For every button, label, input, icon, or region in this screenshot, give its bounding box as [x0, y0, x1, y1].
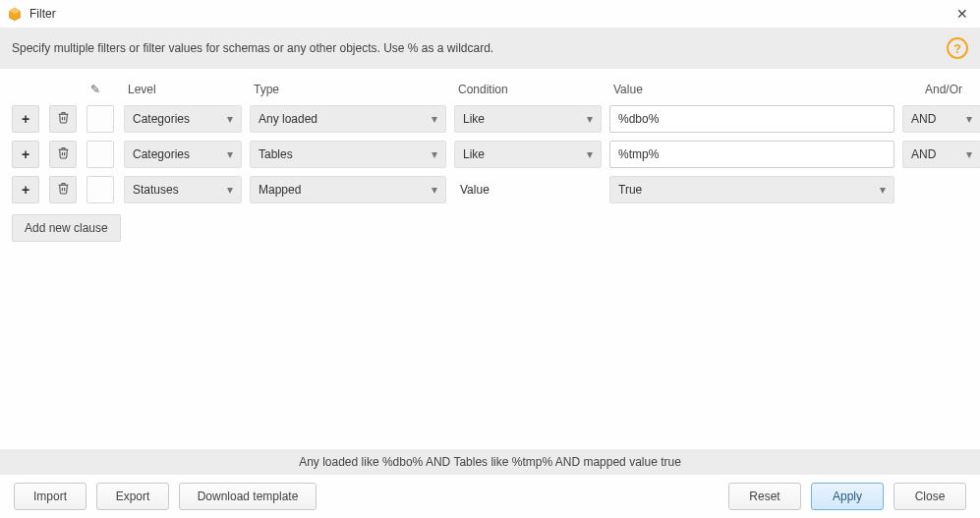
value-text: %dbo% — [618, 112, 659, 126]
chevron-down-icon: ▾ — [966, 147, 972, 161]
andor-dropdown[interactable]: AND▾ — [902, 141, 980, 168]
level-value: Statuses — [133, 183, 227, 197]
reset-button[interactable]: Reset — [728, 483, 801, 510]
content-area: ✎ Level Type Condition Value And/Or +Cat… — [0, 69, 980, 449]
add-row-button[interactable]: + — [12, 176, 39, 203]
col-type: Type — [250, 79, 446, 104]
chevron-down-icon: ▾ — [432, 112, 437, 126]
close-button[interactable]: Close — [894, 483, 966, 510]
col-level: Level — [124, 79, 242, 104]
download-template-button[interactable]: Download template — [179, 483, 317, 510]
chevron-down-icon: ▾ — [587, 112, 593, 126]
cell-type: Tables▾ — [250, 140, 446, 169]
chevron-down-icon: ▾ — [227, 112, 233, 126]
condition-value: Like — [463, 147, 587, 161]
chevron-down-icon: ▾ — [966, 112, 972, 126]
level-dropdown[interactable]: Categories▾ — [124, 141, 242, 168]
checkbox-header-icon: ✎ — [86, 79, 116, 104]
cell-condition: Like▾ — [454, 104, 602, 134]
trash-icon — [57, 146, 70, 162]
cell-add: + — [12, 140, 41, 169]
cell-andor: AND▾ — [902, 140, 980, 169]
col-value: Value — [609, 79, 894, 104]
app-icon — [6, 5, 24, 23]
cell-andor: AND▾ — [902, 104, 980, 134]
plus-icon: + — [22, 183, 29, 197]
chevron-down-icon: ▾ — [432, 183, 437, 197]
plus-icon: + — [22, 112, 29, 126]
type-dropdown[interactable]: Mapped▾ — [250, 176, 446, 203]
cell-checkbox — [86, 140, 116, 169]
value-dropdown[interactable]: True▾ — [609, 176, 894, 203]
row-checkbox[interactable] — [86, 141, 114, 168]
delete-row-button[interactable] — [49, 141, 77, 168]
level-dropdown[interactable]: Categories▾ — [124, 105, 242, 133]
delete-row-button[interactable] — [49, 176, 77, 203]
chevron-down-icon: ▾ — [432, 147, 437, 161]
col-condition: Condition — [454, 79, 602, 104]
row-checkbox[interactable] — [86, 176, 114, 203]
cell-add: + — [12, 104, 41, 134]
chevron-down-icon: ▾ — [227, 147, 233, 161]
close-icon[interactable]: ✕ — [951, 5, 974, 23]
export-button[interactable]: Export — [96, 483, 169, 510]
add-row-button[interactable]: + — [12, 141, 39, 168]
condition-dropdown[interactable]: Like▾ — [454, 105, 602, 133]
type-value: Any loaded — [259, 112, 432, 126]
andor-value: AND — [911, 147, 966, 161]
andor-dropdown[interactable]: AND▾ — [902, 105, 980, 133]
cell-checkbox — [86, 175, 116, 204]
footer: Import Export Download template Reset Ap… — [0, 475, 980, 518]
titlebar: Filter ✕ — [0, 0, 980, 28]
cell-type: Any loaded▾ — [250, 104, 446, 134]
filter-dialog: Filter ✕ Specify multiple filters or fil… — [0, 0, 980, 518]
row-checkbox[interactable] — [86, 105, 114, 133]
condition-dropdown[interactable]: Like▾ — [454, 141, 602, 168]
type-dropdown[interactable]: Tables▾ — [250, 141, 446, 168]
chevron-down-icon: ▾ — [880, 183, 886, 197]
cell-level: Categories▾ — [124, 140, 242, 169]
trash-icon — [57, 182, 70, 198]
cell-condition: Like▾ — [454, 140, 602, 169]
filter-grid: ✎ Level Type Condition Value And/Or +Cat… — [12, 79, 968, 210]
level-value: Categories — [133, 112, 227, 126]
cell-value: True▾ — [609, 175, 894, 204]
type-value: Mapped — [259, 183, 432, 197]
add-clause-button[interactable]: Add new clause — [12, 214, 121, 242]
instruction-text: Specify multiple filters or filter value… — [12, 41, 947, 55]
condition-value: Like — [463, 112, 587, 126]
chevron-down-icon: ▾ — [227, 183, 233, 197]
cell-level: Categories▾ — [124, 104, 242, 134]
cell-delete — [49, 104, 79, 134]
col-andor: And/Or — [902, 79, 980, 104]
import-button[interactable]: Import — [14, 483, 86, 510]
value-input[interactable]: %dbo% — [609, 105, 894, 133]
plus-icon: + — [22, 147, 29, 161]
window-title: Filter — [29, 7, 56, 21]
apply-button[interactable]: Apply — [811, 483, 884, 510]
trash-icon — [57, 111, 70, 127]
value-input[interactable]: %tmp% — [609, 141, 894, 168]
cell-andor-empty — [902, 175, 980, 204]
andor-value: AND — [911, 112, 966, 126]
cell-type: Mapped▾ — [250, 175, 446, 204]
level-value: Categories — [133, 147, 227, 161]
value-text: %tmp% — [618, 147, 659, 161]
cell-add: + — [12, 175, 41, 204]
cell-value: %tmp% — [609, 140, 894, 169]
help-icon[interactable]: ? — [947, 37, 968, 59]
cell-delete — [49, 175, 79, 204]
add-row-button[interactable]: + — [12, 105, 39, 133]
info-bar: Specify multiple filters or filter value… — [0, 28, 980, 69]
filter-summary: Any loaded like %dbo% AND Tables like %t… — [0, 449, 980, 475]
cell-condition: Value — [454, 175, 602, 204]
type-dropdown[interactable]: Any loaded▾ — [250, 105, 446, 133]
chevron-down-icon: ▾ — [587, 147, 593, 161]
condition-static: Value — [454, 183, 490, 197]
cell-checkbox — [86, 104, 116, 134]
delete-row-button[interactable] — [49, 105, 77, 133]
cell-delete — [49, 140, 79, 169]
type-value: Tables — [259, 147, 432, 161]
level-dropdown[interactable]: Statuses▾ — [124, 176, 242, 203]
value-text: True — [618, 183, 880, 197]
